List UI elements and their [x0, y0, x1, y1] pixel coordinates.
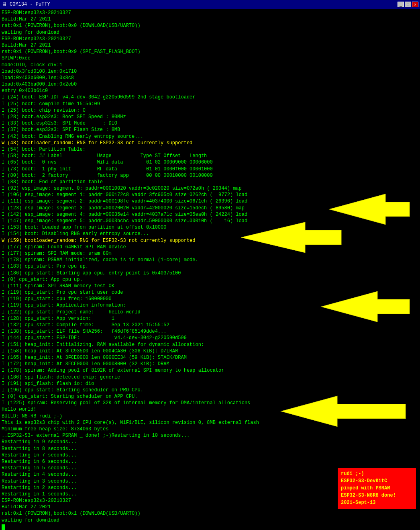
terminal-cursor	[2, 524, 418, 530]
terminal-line: rst:0x1 (POWERON),boot:0x9 (SPI_FAST_FLA…	[2, 49, 418, 55]
terminal-line: rst:0x1 (POWERON),boot:0x1 (DOWNLOAD(USB…	[2, 510, 418, 517]
terminal-line: Build:Mar 27 2021	[2, 42, 418, 49]
terminal-line: I (73) boot: 1 phy_init RF data 01 01 00…	[2, 166, 418, 172]
terminal-line: W (159) bootloader_random: RNG for ESP32…	[2, 237, 418, 244]
terminal-line: I (151) heap_init: Initializing. RAM ava…	[2, 342, 418, 348]
terminal-line: waiting for download	[2, 29, 418, 36]
terminal-line: load:0x403ba000,len:0x2eb0	[2, 81, 418, 88]
terminal-line: I (42) boot: Enabling RNG early entropy …	[2, 133, 418, 140]
terminal-line: I (54) boot: Partition Table:	[2, 146, 418, 153]
terminal-line: I (111) spiram: SPI SRAM memory test OK	[2, 283, 418, 289]
terminal-line: I (0) cpu_start: Starting scheduler on A…	[2, 393, 418, 400]
terminal-line: I (128) cpu_start: App version: 1	[2, 315, 418, 322]
annotation-line4: ESP32-S3-N8R8 done!	[341, 492, 413, 499]
terminal-line: Hello world!	[2, 406, 418, 413]
terminal-line: I (119) cpu_start: cpu freq: 160000000	[2, 296, 418, 302]
terminal-line: load:0x3fcd0108,len:0x1710	[2, 68, 418, 75]
terminal-line: I (111) esp_image: segment 2: paddr=0001…	[2, 198, 418, 205]
terminal-line: I (191) spi_flash: flash io: dio	[2, 381, 418, 387]
terminal-line: waiting for download	[2, 517, 418, 524]
terminal-line: Restarting in 8 seconds...	[2, 446, 418, 452]
close-button[interactable]: ×	[412, 2, 418, 7]
title-text: COM134 - PuTTY	[10, 2, 50, 7]
terminal-line: I (172) heap_init: At 3FCF0000 len 00008…	[2, 361, 418, 367]
terminal-line: I (0) cpu_start: App cpu up.	[2, 276, 418, 283]
window-titlebar: 🖥 COM134 - PuTTY _ □ ×	[0, 0, 420, 9]
terminal-line: I (154) boot: Disabling RNG early entrop…	[2, 231, 418, 237]
terminal-line: I (153) boot: Loaded app from partition …	[2, 224, 418, 231]
window-title: 🖥 COM134 - PuTTY	[2, 1, 50, 8]
terminal-line: I (138) cpu_start: ELF file SHA256: f46d…	[2, 328, 418, 335]
terminal-line: W (48) bootloader_random: RNG for ESP32-…	[2, 140, 418, 146]
terminal-line: I (142) esp_image: segment 4: paddr=0003…	[2, 211, 418, 218]
terminal-line: entry 0x403b61c0	[2, 88, 418, 94]
terminal-line: I (37) boot.esp32s3: SPI Flash Size : 8M…	[2, 127, 418, 133]
terminal-line: ESP-ROM:esp32s3-20210327	[2, 10, 418, 16]
terminal-line: I (28) boot.esp32s3: Boot SPI Speed : 80…	[2, 114, 418, 120]
terminal-line: I (58) boot: ## Label Usage Type ST Offs…	[2, 153, 418, 159]
terminal-line: I (106) esp_image: segment 1: paddr=0001…	[2, 192, 418, 198]
terminal-line: I (147) esp_image: segment 5: paddr=0003…	[2, 218, 418, 224]
terminal-line: rst:0x1 (POWERON),boot:0x0 (DOWNLOAD(USB…	[2, 23, 418, 29]
terminal-line: I (119) cpu_start: Application informati…	[2, 302, 418, 309]
terminal-line: load:0x403b6000,len:0x8c8	[2, 75, 418, 81]
terminal-line: I (1225) spiram: Reserving pool of 32K o…	[2, 400, 418, 406]
putty-icon: 🖥	[2, 1, 7, 8]
terminal-line: I (132) cpu_start: Compile time: Sep 13 …	[2, 322, 418, 328]
terminal-line: I (144) cpu_start: ESP-IDF: v4.4-dev-304…	[2, 335, 418, 341]
terminal-line: I (92) esp_image: segment 0: paddr=00010…	[2, 185, 418, 192]
terminal-line: Restarting in 9 seconds...	[2, 439, 418, 445]
terminal-line: I (123) esp_image: segment 3: paddr=0002…	[2, 205, 418, 211]
terminal-line: I (158) heap_init: At 3FC935D0 len 0004C…	[2, 348, 418, 354]
terminal-area: ESP-ROM:esp32s3-20210327Build:Mar 27 202…	[0, 9, 420, 530]
terminal-line: ESP-ROM:esp32s3-20210327	[2, 36, 418, 42]
terminal-line: BUILD: N8-R8_rudi ;-)	[2, 413, 418, 419]
terminal-line: I (65) boot: 0 nvs WiFi data 01 02 00009…	[2, 159, 418, 166]
terminal-line: I (183) cpu_start: Pro cpu up.	[2, 263, 418, 270]
terminal-line: SPIWP:0xee	[2, 55, 418, 61]
terminal-line: I (177) spiram: Found 64MBit SPI RAM dev…	[2, 244, 418, 250]
terminal-line: ..ESP32-S3- external PSRAM _ done! ;-)Re…	[2, 432, 418, 439]
terminal-line: I (24) boot: ESP-IDF v4.4-dev-3042-g2205…	[2, 94, 418, 100]
terminal-line: Restarting in 7 seconds...	[2, 452, 418, 458]
annotation-line1: rudi ;-)	[341, 470, 413, 477]
maximize-button[interactable]: □	[405, 2, 411, 7]
terminal-line: I (80) boot: 2 factory factory app 00 00…	[2, 172, 418, 179]
terminal-line: Minimum free heap size: 8734063 bytes	[2, 426, 418, 432]
annotation-box: rudi ;-) ESP32-S3-DevKitC pimped with PS…	[338, 468, 416, 509]
terminal-line: I (25) boot: compile time 15:56:09	[2, 101, 418, 107]
terminal-line: This is esp32s3 chip with 2 CPU core(s),…	[2, 419, 418, 426]
terminal-line: I (33) boot.esp32s3: SPI Mode : DIO	[2, 120, 418, 127]
terminal-line: I (165) heap_init: At 3FCE0000 len 0000E…	[2, 354, 418, 361]
terminal-line: I (177) spiram: SPI RAM mode: sram 80m	[2, 250, 418, 257]
terminal-line: I (88) boot: End of partition table	[2, 179, 418, 185]
terminal-line: I (25) boot: chip revision: 0	[2, 107, 418, 114]
annotation-line3: pimped with PSRAM	[341, 485, 413, 492]
cursor-block	[2, 524, 5, 530]
terminal-line: I (196) cpu_start: Starting scheduler on…	[2, 387, 418, 393]
terminal-line: I (178) spiram: PSRAM initialized, cache…	[2, 257, 418, 263]
annotation-line5: 2021-Sept-13	[341, 499, 413, 506]
terminal-line: I (186) cpu_start: Starting app cpu, ent…	[2, 270, 418, 276]
window-controls[interactable]: _ □ ×	[398, 2, 418, 7]
terminal-line: I (122) cpu_start: Project name: hello-w…	[2, 309, 418, 315]
minimize-button[interactable]: _	[398, 2, 404, 7]
terminal-line: I (178) spiram: Adding pool of 8192K of …	[2, 367, 418, 374]
terminal-line: I (186) spi_flash: detected chip: generi…	[2, 374, 418, 381]
terminal-line: I (119) cpu_start: Pro cpu start user co…	[2, 289, 418, 296]
terminal-line: Restarting in 6 seconds...	[2, 458, 418, 465]
terminal-line: Build:Mar 27 2021	[2, 16, 418, 23]
annotation-line2: ESP32-S3-DevKitC	[341, 477, 413, 485]
terminal-line: mode:DIO, clock div:1	[2, 62, 418, 68]
